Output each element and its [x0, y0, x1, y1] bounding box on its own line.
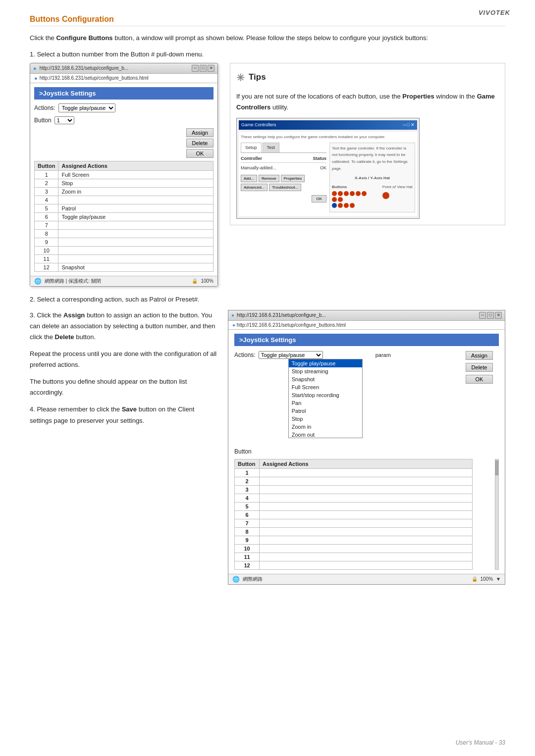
table1-row-6: 6Toggle play/pause — [35, 212, 214, 221]
lj-delete-btn[interactable]: Delete — [466, 363, 493, 372]
step4-prefix: 4. Please remember to click the — [30, 405, 122, 413]
tips-header: ✳ Tips — [236, 69, 499, 86]
dd-item-1[interactable]: Stop streaming — [289, 367, 362, 375]
lj-scrollthumb[interactable] — [495, 460, 498, 475]
gc-status-col: Status — [313, 155, 326, 162]
table2-row-4: 4 — [235, 494, 473, 502]
table2-action-cell-4 — [260, 494, 473, 502]
dd-item-8[interactable]: Zoom in — [289, 423, 362, 431]
dd-item-6[interactable]: Patrol — [289, 407, 362, 415]
tips-body: If you are not sure of the locations of … — [236, 91, 499, 113]
table2-row-11: 11 — [235, 553, 473, 561]
table1-row-7: 7 — [35, 221, 214, 229]
minimize-btn-1[interactable]: ─ — [192, 65, 199, 72]
gc-dots-row1 — [332, 191, 372, 202]
large-minimize-btn[interactable]: ─ — [479, 312, 486, 319]
table2-btn-cell-10: 10 — [235, 544, 260, 553]
gc-btn-dot-2 — [338, 191, 343, 196]
large-close-btn[interactable]: ✕ — [495, 312, 502, 319]
lj-ok-btn[interactable]: OK — [466, 375, 493, 384]
table2-row-9: 9 — [235, 536, 473, 544]
gc-pov-section: Point of View Hat — [382, 184, 413, 200]
large-maximize-btn[interactable]: □ — [487, 312, 494, 319]
table2-btn-cell-3: 3 — [235, 485, 260, 494]
table1-action-cell-7 — [58, 221, 214, 229]
table2-action-cell-6 — [260, 510, 473, 519]
button-select-1[interactable]: 1 2 3 — [54, 116, 74, 124]
dd-item-9[interactable]: Zoom out — [289, 431, 362, 438]
gc-tab-setup[interactable]: Setup — [241, 143, 262, 152]
table2-action-cell-11 — [260, 553, 473, 561]
zoom-1: 🔒 — [192, 278, 198, 284]
gc-title: Game Controllers — [241, 121, 276, 129]
tips-sun-icon: ✳ — [236, 69, 245, 86]
table2-row-2: 2 — [235, 477, 473, 485]
tips-box: ✳ Tips If you are not sure of the locati… — [230, 63, 505, 226]
step1-text: 1. Select a button number from the Butto… — [30, 50, 505, 58]
section-title: Buttons Configuration — [30, 15, 505, 26]
maximize-btn-1[interactable]: □ — [200, 65, 207, 72]
gc-body: These settings help you configure the ga… — [239, 132, 417, 216]
dd-item-5[interactable]: Pan — [289, 399, 362, 407]
dd-item-2[interactable]: Snapshot — [289, 375, 362, 383]
gc-ok-btn[interactable]: OK — [312, 195, 326, 202]
status-bar-2: 🌐 網際網路 🔒 100% ▼ — [228, 574, 505, 584]
lj-assign-btn[interactable]: Assign — [466, 351, 493, 360]
table1-btn-cell-5: 5 — [35, 204, 58, 212]
gc-remove-btn[interactable]: Remove — [259, 175, 279, 182]
dd-item-4[interactable]: Start/stop recording — [289, 391, 362, 399]
gc-btn-dot-9 — [332, 203, 337, 208]
browser-frame-1: ● http://192.168.6.231/setup/configure_b… — [30, 63, 218, 287]
close-btn-1[interactable]: ✕ — [208, 65, 214, 72]
gc-pov-label: Point of View Hat — [382, 184, 413, 191]
step3-prefix: 3. Click the — [30, 311, 63, 319]
table2-row-8: 8 — [235, 527, 473, 536]
lj-param-label: param — [375, 352, 391, 358]
actions-select-1[interactable]: Toggle play/pause — [58, 103, 115, 112]
table2-action-cell-10 — [260, 544, 473, 553]
table2-btn-cell-6: 6 — [235, 510, 260, 519]
table1-row-12: 12Snapshot — [35, 263, 214, 271]
table2-btn-cell-2: 2 — [235, 477, 260, 485]
lj-scrollbar[interactable] — [495, 459, 499, 570]
dd-item-7[interactable]: Stop — [289, 415, 362, 423]
gc-advanced-btn[interactable]: Advanced... — [241, 184, 268, 191]
table1-row-8: 8 — [35, 229, 214, 238]
table1-action-cell-5: Patrol — [58, 204, 214, 212]
configure-buttons-bold: Configure Buttons — [56, 34, 112, 42]
table1-action-cell-9 — [58, 238, 214, 246]
dd-item-3[interactable]: Full Screen — [289, 383, 362, 391]
assign-button-1[interactable]: Assign — [186, 128, 214, 137]
gc-troubleshoot-btn[interactable]: Troubleshoot... — [269, 184, 301, 191]
delete-button-1[interactable]: Delete — [186, 139, 214, 148]
gc-properties-btn[interactable]: Properties — [281, 175, 305, 182]
zoom-dropdown-icon: ▼ — [496, 576, 501, 582]
table1-row-5: 5Patrol — [35, 204, 214, 212]
table2-row-7: 7 — [235, 519, 473, 527]
browser-icon-1: ● — [33, 65, 37, 71]
large-addr-text: http://192.168.6.231/setup/configure_but… — [237, 322, 346, 328]
table1-btn-cell-9: 9 — [35, 238, 58, 246]
gc-dots-row2 — [332, 203, 372, 208]
ok-button-1[interactable]: OK — [186, 149, 214, 158]
page-footer: User's Manual - 33 — [456, 739, 505, 746]
table2-btn-cell-9: 9 — [235, 536, 260, 544]
gc-action-btns: Add... Remove Properties — [241, 175, 326, 182]
browser-addressbar-1: ● http://192.168.6.231/setup/configure_b… — [30, 74, 217, 83]
gc-add-btn[interactable]: Add... — [241, 175, 257, 182]
joystick-header-1: >Joystick Settings — [34, 87, 214, 100]
gc-btn-dot-8 — [338, 197, 343, 202]
table2-btn-cell-4: 4 — [235, 494, 260, 502]
table1-action-cell-3: Zoom in — [58, 187, 214, 196]
intro-rest: button, a window will prompt as shown be… — [114, 34, 428, 42]
table1-action-cell-12: Snapshot — [58, 263, 214, 271]
lj-actions-select[interactable]: Toggle play/pause — [259, 351, 323, 359]
gc-buttons-section: Buttons — [332, 184, 372, 208]
table1-row-1: 1Full Screen — [35, 170, 214, 179]
table1-btn-cell-1: 1 — [35, 170, 58, 179]
dd-item-0[interactable]: Toggle play/pause — [289, 359, 362, 367]
gc-tab-test[interactable]: Test — [263, 143, 280, 152]
gc-buttons-label: Buttons — [332, 184, 372, 191]
table1-action-cell-6: Toggle play/pause — [58, 212, 214, 221]
large-joystick-frame: ● http://192.168.6.231/setup/configure_b… — [228, 310, 505, 585]
